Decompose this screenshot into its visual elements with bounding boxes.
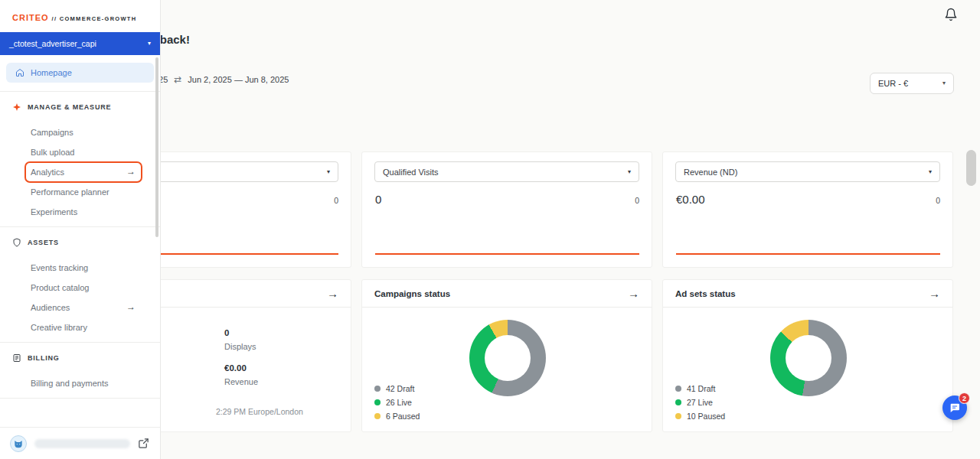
section-title: MANAGE & MEASURE: [28, 103, 111, 111]
metric-axis-value: 0: [334, 196, 338, 205]
logo-text: CRITEO: [12, 13, 49, 22]
home-icon: [15, 68, 24, 77]
stat-label: Revenue: [224, 377, 258, 386]
legend-label: 42 Draft: [386, 384, 414, 393]
legend-dot: [374, 386, 381, 392]
arrow-right-icon: →: [126, 301, 136, 312]
sidebar-item-events-tracking[interactable]: Events tracking: [0, 258, 160, 278]
sidebar-item-audiences[interactable]: Audiences →: [0, 298, 160, 317]
arrow-right-icon: →: [126, 166, 136, 177]
external-link-icon[interactable]: [138, 438, 150, 450]
sidebar-item-analytics[interactable]: Analytics →: [0, 162, 160, 182]
legend-item: 41 Draft: [675, 384, 725, 393]
sidebar-item-label: Billing and payments: [31, 379, 109, 388]
stat-value: 0: [224, 328, 229, 337]
caret-down-icon: ▾: [628, 169, 631, 175]
metric-card-qualified-visits: Qualified Visits ▾ 0 0: [361, 151, 652, 268]
cat-avatar[interactable]: [10, 435, 27, 452]
legend-label: 6 Paused: [386, 412, 420, 421]
chat-badge: 2: [959, 392, 970, 404]
legend-dot: [675, 399, 681, 405]
sidebar-item-billing-and-payments[interactable]: Billing and payments: [0, 373, 160, 393]
sidebar-item-label: Homepage: [31, 68, 72, 77]
legend-dot: [374, 413, 381, 419]
legend-item: 10 Paused: [675, 412, 725, 421]
section-manage-measure: MANAGE & MEASURE: [0, 92, 160, 116]
stat-label: Displays: [224, 342, 256, 351]
section-title: BILLING: [28, 354, 60, 362]
sidebar-item-label: Performance planner: [31, 187, 109, 197]
sidebar-item-creative-library[interactable]: Creative library: [0, 317, 160, 337]
user-name-redacted: [34, 439, 130, 448]
sidebar-item-campaigns[interactable]: Campaigns: [0, 122, 160, 142]
sidebar-item-label: Campaigns: [31, 128, 74, 137]
metric-select-label: Qualified Visits: [383, 168, 439, 177]
user-row: [0, 427, 160, 459]
sidebar-item-label: Product catalog: [31, 283, 89, 292]
legend: 41 Draft 27 Live 10 Paused: [675, 384, 725, 421]
sidebar-item-label: Events tracking: [31, 263, 88, 272]
sidebar-scrollbar[interactable]: [155, 57, 158, 237]
shield-icon: [12, 238, 21, 247]
campaigns-status-card: Campaigns status → 42 Draft 26 Live 6 Pa…: [361, 279, 652, 432]
sidebar: CRITEO// COMMERCE-GROWTH _ctotest_advert…: [0, 0, 161, 459]
criteo-logo: CRITEO// COMMERCE-GROWTH: [0, 0, 160, 32]
section-title: ASSETS: [28, 239, 59, 246]
last-updated: 2:29 PM Europe/London: [216, 407, 303, 416]
legend-label: 41 Draft: [687, 384, 715, 393]
legend-item: 27 Live: [675, 398, 725, 407]
metric-value: 0: [375, 193, 381, 206]
legend: 42 Draft 26 Live 6 Paused: [374, 384, 420, 421]
sidebar-item-bulk-upload[interactable]: Bulk upload: [0, 142, 160, 162]
legend-dot: [374, 399, 381, 405]
metric-select-label: Revenue (ND): [684, 168, 737, 177]
arrow-right-icon[interactable]: →: [929, 288, 940, 299]
card-title: Campaigns status: [374, 289, 450, 298]
chat-icon: [949, 402, 961, 414]
advertiser-selector[interactable]: _ctotest_advertiser_capi ▾: [0, 32, 160, 55]
sidebar-item-label: Audiences: [31, 303, 70, 312]
metric-select[interactable]: Revenue (ND) ▾: [675, 161, 940, 182]
legend-item: 6 Paused: [374, 412, 420, 421]
metric-baseline: [375, 253, 639, 255]
sidebar-item-product-catalog[interactable]: Product catalog: [0, 278, 160, 298]
bell-icon[interactable]: [944, 8, 958, 21]
legend-label: 27 Live: [687, 398, 713, 407]
caret-down-icon: ▾: [327, 169, 330, 175]
compass-icon: [12, 103, 21, 112]
legend-label: 10 Paused: [687, 412, 725, 421]
sidebar-item-homepage[interactable]: Homepage: [6, 63, 154, 83]
legend-item: 42 Draft: [374, 384, 420, 393]
page-scrollbar[interactable]: [966, 150, 976, 186]
metric-select[interactable]: Qualified Visits ▾: [374, 161, 639, 182]
ad-sets-status-donut: [770, 320, 847, 396]
arrow-right-icon[interactable]: →: [628, 288, 639, 299]
advertiser-name: _ctotest_advertiser_capi: [9, 39, 96, 48]
section-assets: ASSETS: [0, 227, 160, 252]
sidebar-item-performance-planner[interactable]: Performance planner: [0, 182, 160, 202]
ad-sets-status-card: Ad sets status → 41 Draft 27 Live 10 Pau…: [662, 279, 953, 432]
chevron-down-icon: ▾: [148, 41, 151, 47]
caret-down-icon: ▾: [942, 80, 946, 86]
currency-dropdown[interactable]: EUR - € ▾: [870, 73, 954, 94]
metric-axis-value: 0: [635, 196, 639, 205]
sidebar-item-label: Experiments: [31, 207, 77, 216]
caret-down-icon: ▾: [929, 169, 932, 175]
receipt-icon: [12, 353, 21, 363]
card-title: Ad sets status: [675, 289, 736, 298]
stat-value: €0.00: [224, 363, 247, 373]
sidebar-item-label: Bulk upload: [31, 148, 75, 157]
swap-icon: ⇄: [174, 74, 181, 85]
section-billing: BILLING: [0, 343, 160, 367]
metric-axis-value: 0: [936, 196, 940, 205]
metric-value: €0.00: [676, 193, 705, 206]
sidebar-item-experiments[interactable]: Experiments: [0, 202, 160, 222]
arrow-right-icon[interactable]: →: [327, 288, 338, 299]
legend-dot: [675, 386, 681, 392]
chat-button[interactable]: 2: [942, 396, 967, 420]
date-range-current: Jun 2, 2025 — Jun 8, 2025: [188, 75, 289, 84]
metric-baseline: [676, 253, 940, 255]
sidebar-item-label: Analytics: [31, 168, 64, 177]
campaigns-status-donut: [469, 320, 546, 396]
currency-value: EUR - €: [878, 79, 908, 88]
